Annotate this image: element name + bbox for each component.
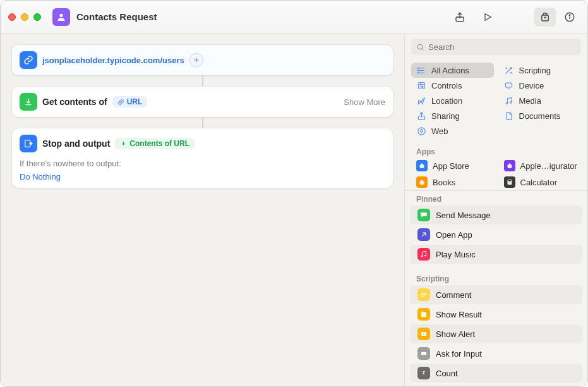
scripting-action-ask-for-input[interactable]: Ask for Input [410,344,582,363]
workflow-title: Contacts Request [76,11,157,22]
svg-rect-32 [508,180,511,181]
maximize-window-button[interactable] [33,13,41,21]
output-icon [20,135,37,152]
action-label: Send Message [436,211,491,220]
category-icon [416,126,426,136]
category-documents[interactable]: Documents [499,108,582,123]
action-icon [417,347,430,360]
category-web[interactable]: Web [411,123,494,138]
action-get-contents[interactable]: Get contents of URL Show More [12,87,393,117]
svg-text:Σ: Σ [423,371,425,375]
svg-point-30 [417,127,424,134]
category-icon [416,111,426,121]
category-all-actions[interactable]: All Actions [411,63,494,78]
info-button[interactable] [560,1,580,34]
run-button[interactable] [474,1,501,34]
category-icon [504,65,514,75]
category-sharing[interactable]: Sharing [411,108,494,123]
category-device[interactable]: Device [499,78,582,93]
category-controls[interactable]: Controls [411,78,494,93]
action-label: Play Music [436,250,476,259]
svg-point-16 [417,72,418,73]
apps-list: App StoreApple…iguratorBooksCalculator [405,157,587,190]
minimize-window-button[interactable] [21,13,28,21]
fallback-label: If there's nowhere to output: [20,159,385,168]
svg-point-15 [417,70,418,70]
titlebar: Contacts Request [1,1,587,34]
category-icon [416,65,426,75]
category-label: Controls [431,81,462,90]
action-label: Show Result [436,310,482,319]
workflow-canvas[interactable]: jsonplaceholder.typicode.com/users Get c… [1,34,404,386]
app-calculator[interactable]: Calculator [499,174,582,190]
scripting-action-show-result[interactable]: Show Result [410,305,582,324]
close-window-button[interactable] [8,13,16,21]
app-label: Calculator [520,178,558,187]
scripting-action-comment[interactable]: Comment [410,285,582,304]
category-location[interactable]: Location [411,93,494,108]
category-label: Documents [519,111,561,121]
action-title: Get contents of [42,97,107,107]
svg-rect-38 [421,312,426,317]
library-sidebar: All ActionsScriptingControlsDeviceLocati… [404,34,587,386]
action-icon [417,228,430,241]
app-apple-igurator[interactable]: Apple…igurator [499,157,582,174]
action-icon [417,328,430,340]
app-app-store[interactable]: App Store [411,157,494,174]
library-toggle-button[interactable] [534,8,556,27]
category-media[interactable]: Media [499,93,582,108]
actions-pane[interactable]: Pinned Send MessageOpen AppPlay Music Sc… [405,190,587,386]
app-icon [52,8,70,26]
action-url[interactable]: jsonplaceholder.typicode.com/users [12,45,393,75]
svg-point-33 [421,255,423,257]
svg-point-27 [506,102,508,104]
action-label: Count [436,369,458,378]
main-area: jsonplaceholder.typicode.com/users Get c… [1,34,587,386]
action-icon [417,288,430,301]
action-label: Comment [436,290,471,300]
action-icon: Σ [417,367,430,379]
add-url-button[interactable] [189,53,203,67]
app-window: Contacts Request [0,0,588,387]
pinned-header: Pinned [405,191,587,205]
action-label: Open App [436,230,472,240]
action-title: Stop and output [42,138,110,149]
category-icon [416,80,426,90]
search-input[interactable] [428,42,576,52]
show-more-button[interactable]: Show More [344,97,385,107]
token-contents-variable[interactable]: Contents of URL [115,138,195,149]
svg-point-17 [510,67,512,68]
svg-point-40 [423,333,424,335]
fallback-option[interactable]: Do Nothing [20,172,385,181]
action-label: Ask for Input [436,349,482,359]
app-icon [504,160,515,171]
scripting-action-choose-from-menu[interactable]: Choose from Menu [410,383,582,386]
svg-rect-25 [506,83,512,87]
category-label: Scripting [519,66,551,75]
category-label: All Actions [431,66,469,75]
url-value[interactable]: jsonplaceholder.typicode.com/users [42,56,184,65]
category-scripting[interactable]: Scripting [499,63,582,78]
pinned-action-play-music[interactable]: Play Music [410,245,582,264]
svg-point-9 [417,44,423,49]
category-icon [416,95,426,106]
search-field[interactable] [411,39,581,55]
share-button[interactable] [446,1,474,34]
pinned-action-open-app[interactable]: Open App [410,225,582,244]
pinned-action-send-message[interactable]: Send Message [410,206,582,224]
svg-point-28 [510,101,512,103]
action-stop-output[interactable]: Stop and output Contents of URL If there… [12,128,393,188]
app-label: Apple…igurator [520,161,577,171]
scripting-action-show-alert[interactable]: Show Alert [410,324,582,343]
scripting-action-count[interactable]: ΣCount [410,364,582,383]
app-books[interactable]: Books [411,174,494,190]
app-label: App Store [433,161,469,171]
svg-point-0 [59,13,63,16]
svg-point-34 [424,255,426,256]
category-label: Device [519,81,544,90]
token-url-variable[interactable]: URL [112,96,148,108]
svg-rect-41 [421,352,426,355]
category-list: All ActionsScriptingControlsDeviceLocati… [405,60,587,144]
svg-point-19 [511,72,512,73]
category-label: Sharing [431,111,460,121]
